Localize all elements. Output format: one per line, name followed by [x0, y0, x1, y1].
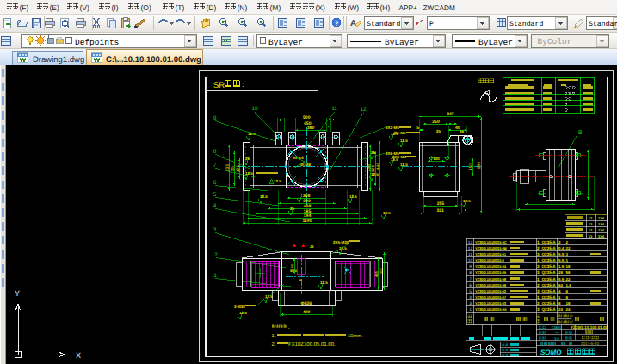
svg-text:13: 13 [468, 240, 473, 245]
svg-text:YZ30(0.10.100.01-01: YZ30(0.10.100.01-01 [475, 252, 507, 256]
svg-text:Q235-A: Q235-A [542, 270, 557, 275]
svg-text:1: 1 [213, 273, 217, 279]
svg-text:24: 24 [558, 307, 563, 312]
svg-text:(I): (I) [112, 3, 119, 12]
svg-text:2X6-M5: 2X6-M5 [392, 155, 406, 159]
svg-text:100: 100 [433, 157, 440, 161]
svg-text:6: 6 [469, 283, 472, 288]
svg-text:Q235-A: Q235-A [542, 307, 557, 312]
svg-text:YZ30(0.10.100.01-03: YZ30(0.10.100.01-03 [475, 301, 507, 305]
svg-text:ZWCADM: ZWCADM [423, 3, 455, 12]
svg-text:12.5: 12.5 [383, 211, 391, 215]
svg-text::: : [242, 80, 244, 89]
svg-text:5: 5 [213, 192, 217, 198]
svg-text:Q235-A: Q235-A [542, 240, 557, 244]
svg-text:1X4: 1X4 [598, 228, 605, 232]
svg-text:12.5: 12.5 [349, 194, 357, 199]
svg-text:3: 3 [537, 270, 540, 275]
svg-text:?: ? [335, 20, 339, 28]
svg-text:4: 4 [213, 203, 217, 209]
svg-text:9: 9 [213, 115, 217, 121]
svg-text:10: 10 [251, 106, 258, 112]
svg-text:Defpoints: Defpoints [75, 38, 119, 47]
svg-text:40°±4': 40°±4' [293, 156, 305, 161]
svg-text:24: 24 [566, 307, 571, 312]
svg-text:2X3-M5: 2X3-M5 [386, 126, 399, 130]
svg-text:12.5: 12.5 [339, 246, 347, 250]
svg-text:ByLayer: ByLayer [268, 38, 303, 47]
svg-text:8: 8 [213, 149, 217, 155]
svg-text:6: 6 [213, 180, 217, 186]
svg-text:321: 321 [436, 208, 444, 213]
svg-text:3-M30: 3-M30 [234, 305, 245, 309]
svg-text:YZ30(0.10.100.01-08: YZ30(0.10.100.01-08 [475, 277, 507, 281]
svg-text:YZ30(0.10.100.01.00: YZ30(0.10.100.01.00 [571, 325, 608, 330]
svg-text:2014-6-20: 2014-6-20 [581, 342, 599, 346]
svg-text:Standard: Standard [589, 21, 617, 28]
svg-text:3: 3 [469, 301, 472, 306]
svg-text:1: 1 [537, 295, 540, 299]
svg-text:Q235-A: Q235-A [542, 258, 557, 262]
svg-text:Q235-A: Q235-A [542, 301, 557, 305]
svg-text:ByLayer: ByLayer [385, 38, 419, 47]
svg-text:(N): (N) [238, 3, 248, 12]
svg-text:25: 25 [436, 129, 441, 133]
svg-text:YZ30(0.10.100.01-05: YZ30(0.10.100.01-05 [475, 270, 507, 275]
svg-text:—: — [555, 330, 559, 336]
svg-text:SOMO: SOMO [540, 349, 562, 356]
svg-text:9: 9 [469, 264, 472, 269]
svg-text:13: 13 [589, 228, 593, 232]
svg-text:YZ30(0.10.100.01-04: YZ30(0.10.100.01-04 [475, 264, 507, 268]
svg-text:(E): (E) [50, 3, 60, 12]
svg-text:590: 590 [477, 162, 482, 170]
svg-text:Φ148: Φ148 [300, 163, 311, 168]
svg-text:380: 380 [307, 126, 315, 131]
svg-text:12: 12 [468, 246, 473, 251]
svg-text:(F): (F) [20, 3, 29, 12]
svg-text:13: 13 [589, 222, 593, 226]
svg-text:22: 22 [566, 246, 571, 250]
svg-text:3: 3 [537, 252, 540, 256]
svg-text:2: 2 [537, 246, 540, 250]
svg-text:2.: 2. [272, 342, 276, 348]
svg-text:7: 7 [469, 277, 472, 282]
svg-text:4: 4 [469, 295, 472, 300]
svg-text:5: 5 [416, 126, 419, 131]
svg-text:(T): (T) [176, 3, 185, 12]
svg-text:Q235-A: Q235-A [542, 277, 557, 281]
svg-text:16: 16 [566, 301, 571, 305]
svg-text:84: 84 [558, 283, 563, 287]
svg-text:5.5: 5.5 [558, 258, 565, 262]
svg-text:0.4: 0.4 [558, 246, 565, 250]
svg-text:368: 368 [303, 194, 311, 199]
svg-text:3: 3 [537, 307, 540, 312]
svg-text:(V): (V) [80, 3, 90, 12]
svg-text:Q235-A: Q235-A [542, 289, 557, 293]
svg-text:1:5: 1:5 [554, 336, 559, 341]
svg-text:1X4: 1X4 [598, 234, 605, 238]
svg-text:5: 5 [469, 289, 472, 294]
svg-text:11: 11 [468, 252, 472, 257]
svg-text:445: 445 [376, 163, 381, 170]
svg-text:(D): (D) [207, 3, 217, 12]
svg-text:ByLayer: ByLayer [478, 38, 513, 47]
svg-text:C0620: C0620 [552, 325, 563, 330]
svg-text:(M): (M) [270, 3, 281, 12]
svg-text:1: 1 [537, 277, 540, 281]
svg-text:28: 28 [558, 270, 563, 275]
svg-text:Y: Y [15, 289, 20, 298]
svg-text:SR: SR [213, 81, 225, 90]
svg-text:A: A [350, 19, 356, 28]
svg-text:3: 3 [537, 289, 540, 293]
svg-text:Drawing1.dwg: Drawing1.dwg [33, 55, 84, 65]
svg-text:10: 10 [468, 258, 473, 263]
svg-text:2X5-M30: 2X5-M30 [333, 240, 349, 244]
svg-text:10mm.: 10mm. [348, 333, 363, 339]
svg-text:Q235-A: Q235-A [542, 246, 557, 250]
svg-text:YZ30(0.10.100.01-02: YZ30(0.10.100.01-02 [475, 289, 507, 293]
svg-text:1.: 1. [272, 334, 276, 339]
svg-text:125: 125 [236, 165, 241, 173]
svg-text:Q235-A: Q235-A [542, 295, 557, 299]
svg-text:445: 445 [374, 270, 379, 277]
svg-text:12.5: 12.5 [260, 194, 268, 199]
